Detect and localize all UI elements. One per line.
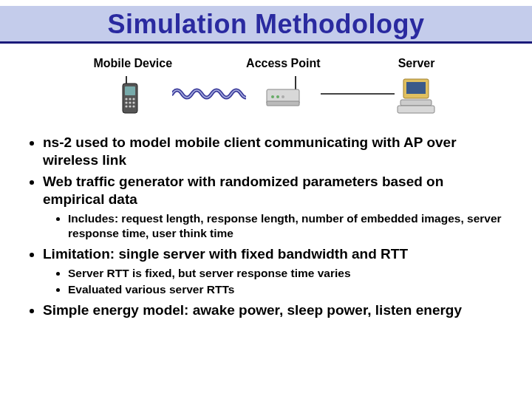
svg-rect-21 [398, 106, 434, 113]
title-divider [0, 41, 532, 44]
bullet-includes: Includes: request length, response lengt… [68, 211, 508, 241]
access-point-label: Access Point [246, 57, 320, 70]
wired-link-icon [321, 73, 395, 115]
svg-point-3 [125, 98, 127, 100]
svg-point-9 [125, 105, 127, 107]
svg-point-17 [282, 95, 284, 98]
mobile-device-label: Mobile Device [93, 57, 172, 70]
svg-point-15 [271, 95, 274, 98]
bullet-content: ns-2 used to model mobile client communi… [0, 134, 532, 319]
bullet-webtraffic: Web traffic generator with randomized pa… [43, 173, 508, 241]
page-title: Simulation Methodology [0, 9, 532, 40]
svg-rect-14 [267, 101, 299, 106]
svg-point-16 [276, 95, 279, 98]
bullet-list-lvl2-b: Server RTT is fixed, but server response… [43, 266, 508, 297]
server-label: Server [398, 57, 435, 70]
access-point-icon [261, 75, 305, 116]
server-icon [395, 75, 439, 116]
bullet-energy: Simple energy model: awake power, sleep … [43, 301, 508, 319]
svg-point-5 [132, 98, 134, 100]
bullet-list-lvl2-a: Includes: request length, response lengt… [43, 211, 508, 241]
bullet-limitation: Limitation: single server with fixed ban… [43, 245, 508, 297]
svg-rect-19 [406, 82, 426, 94]
bullet-rtt-eval: Evaluated various server RTTs [68, 282, 508, 297]
svg-point-6 [125, 101, 127, 103]
bullet-limitation-text: Limitation: single server with fixed ban… [43, 246, 408, 262]
svg-rect-20 [400, 100, 432, 106]
wireless-wave-icon [172, 73, 246, 115]
bullet-webtraffic-text: Web traffic generator with randomized pa… [43, 174, 443, 207]
svg-point-11 [132, 105, 134, 107]
svg-point-7 [129, 101, 131, 103]
bullet-ns2: ns-2 used to model mobile client communi… [43, 134, 508, 170]
bullet-rtt-fixed: Server RTT is fixed, but server response… [68, 266, 508, 281]
network-diagram: Mobile Device Access Point [0, 57, 532, 116]
svg-point-10 [129, 105, 131, 107]
title-band: Simulation Methodology [0, 6, 532, 41]
access-point-col: Access Point [246, 57, 320, 116]
bullet-list-lvl1: ns-2 used to model mobile client communi… [24, 134, 508, 319]
mobile-device-icon [111, 75, 155, 116]
server-col: Server [395, 57, 439, 116]
mobile-device-col: Mobile Device [93, 57, 172, 116]
cable-line [321, 93, 395, 95]
svg-point-4 [129, 98, 131, 100]
svg-rect-2 [125, 86, 135, 95]
svg-point-8 [132, 101, 134, 103]
